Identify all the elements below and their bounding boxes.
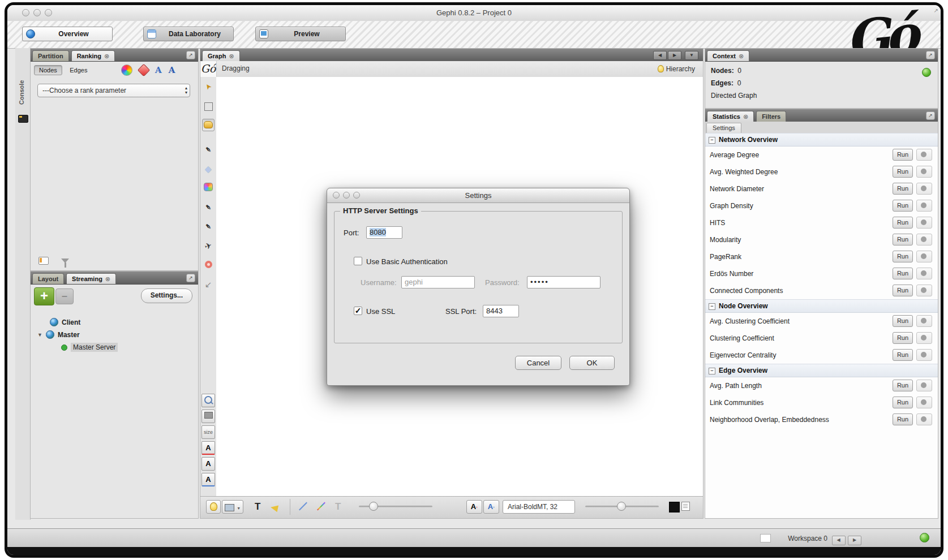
report-button[interactable] bbox=[916, 149, 932, 161]
run-button[interactable]: Run bbox=[893, 234, 913, 245]
title-bar[interactable]: Gephi 0.8.2 – Project 0 bbox=[7, 5, 941, 21]
report-button[interactable] bbox=[916, 268, 932, 279]
subtab-settings[interactable]: Settings bbox=[706, 123, 741, 133]
run-button[interactable]: Run bbox=[893, 251, 913, 262]
twisty-open-icon[interactable]: ▼ bbox=[37, 332, 42, 338]
painter-tool-icon[interactable]: ✒ bbox=[199, 141, 217, 158]
run-button[interactable]: Run bbox=[893, 166, 913, 178]
window-resize-icon[interactable]: ↗ bbox=[934, 7, 938, 14]
run-button[interactable]: Run bbox=[893, 200, 913, 212]
run-button[interactable]: Run bbox=[893, 413, 913, 425]
label-color-swatch[interactable] bbox=[669, 502, 680, 512]
report-button[interactable] bbox=[916, 397, 932, 408]
tab-graph[interactable]: Graph⊗ bbox=[202, 50, 240, 61]
hierarchy-toggle[interactable]: Hierarchy bbox=[658, 64, 695, 73]
sizer-diamond-icon[interactable]: ◆ bbox=[202, 163, 215, 175]
ssl-port-input[interactable]: 8443 bbox=[483, 305, 519, 317]
screenshot-button[interactable] bbox=[201, 410, 215, 423]
tab-context[interactable]: Context⊗ bbox=[707, 50, 749, 61]
slider-knob[interactable] bbox=[369, 502, 378, 511]
float-window-icon[interactable]: ↗ bbox=[926, 51, 935, 59]
report-button[interactable] bbox=[916, 380, 932, 391]
edge-weight-slider[interactable] bbox=[359, 506, 432, 507]
filter-funnel-icon[interactable] bbox=[61, 259, 69, 263]
edge-label-size-button[interactable]: A· bbox=[483, 500, 499, 514]
port-input[interactable]: 8080 bbox=[366, 226, 402, 239]
close-icon[interactable]: ⊗ bbox=[229, 53, 234, 59]
rank-parameter-dropdown[interactable]: ---Choose a rank parameter ▴▾ bbox=[37, 84, 190, 97]
run-button[interactable]: Run bbox=[893, 332, 913, 344]
workspace-next-button[interactable]: ▶ bbox=[848, 536, 861, 545]
tab-ranking[interactable]: Ranking⊗ bbox=[71, 50, 115, 61]
label-size-slider[interactable] bbox=[585, 506, 659, 507]
report-button[interactable] bbox=[916, 332, 932, 344]
run-button[interactable]: Run bbox=[893, 349, 913, 361]
result-table-icon[interactable] bbox=[38, 257, 49, 265]
drag-tool-button[interactable] bbox=[202, 119, 215, 131]
preview-button[interactable]: Preview bbox=[255, 27, 346, 41]
username-input[interactable]: gephi bbox=[401, 276, 475, 288]
tree-item-master[interactable]: ▼ Master bbox=[37, 330, 80, 339]
tree-item-client[interactable]: Client bbox=[50, 318, 80, 326]
float-window-icon[interactable]: ↗ bbox=[186, 51, 195, 59]
tab-filters[interactable]: Filters bbox=[756, 111, 786, 122]
heatmap-tool-icon[interactable] bbox=[202, 259, 215, 272]
tabs-scroll-right-button[interactable]: ▶ bbox=[668, 51, 681, 60]
stat-section-header[interactable]: −Edge Overview bbox=[705, 364, 938, 377]
slider-knob[interactable] bbox=[617, 502, 626, 511]
basic-auth-checkbox[interactable] bbox=[354, 257, 362, 265]
tabs-scroll-left-button[interactable]: ◀ bbox=[653, 51, 667, 60]
node-pencil-icon[interactable]: ✒ bbox=[199, 199, 217, 216]
edge-color-mode-button[interactable] bbox=[298, 500, 306, 511]
reset-label-colors-button[interactable]: A bbox=[201, 441, 215, 455]
reset-label-size-button[interactable]: A bbox=[201, 457, 215, 471]
run-button[interactable]: Run bbox=[893, 380, 913, 391]
add-stream-button[interactable]: + bbox=[34, 287, 54, 305]
collapse-icon[interactable]: − bbox=[709, 368, 715, 374]
tabs-list-button[interactable]: ▼ bbox=[685, 51, 698, 60]
report-button[interactable] bbox=[916, 251, 932, 262]
report-button[interactable] bbox=[916, 217, 932, 229]
edges-button[interactable]: Edges bbox=[65, 65, 92, 75]
label-color-a-icon[interactable]: A bbox=[169, 65, 175, 75]
center-graph-dropdown[interactable]: ▼ bbox=[222, 500, 243, 514]
report-button[interactable] bbox=[916, 200, 932, 212]
node-label-size-button[interactable]: A· bbox=[466, 500, 482, 514]
nodes-button[interactable]: Nodes bbox=[34, 65, 62, 75]
rectangle-selection-icon[interactable] bbox=[202, 100, 215, 112]
run-button[interactable]: Run bbox=[893, 397, 913, 408]
float-window-icon[interactable]: ↗ bbox=[926, 111, 935, 120]
network-status-icon[interactable] bbox=[920, 533, 929, 542]
edge-rainbow-color-button[interactable] bbox=[316, 500, 324, 511]
report-button[interactable] bbox=[916, 285, 932, 296]
use-ssl-checkbox[interactable]: ✓ bbox=[354, 307, 362, 315]
select-cursor-icon[interactable]: ➤ bbox=[200, 78, 217, 96]
show-node-labels-toggle[interactable]: T bbox=[255, 501, 260, 512]
gem-icon[interactable] bbox=[138, 64, 151, 77]
edit-tool-icon[interactable]: ↙ bbox=[202, 278, 215, 291]
password-input[interactable]: ••••• bbox=[527, 276, 600, 288]
show-edges-toggle[interactable] bbox=[271, 502, 278, 512]
run-button[interactable]: Run bbox=[893, 315, 913, 327]
close-icon[interactable]: ⊗ bbox=[104, 53, 109, 59]
reset-label-visible-button[interactable]: A bbox=[201, 473, 215, 486]
report-button[interactable] bbox=[916, 234, 932, 245]
collapse-icon[interactable]: − bbox=[709, 137, 715, 144]
report-button[interactable] bbox=[916, 413, 932, 425]
run-button[interactable]: Run bbox=[893, 285, 913, 296]
report-button[interactable] bbox=[916, 349, 932, 361]
report-button[interactable] bbox=[916, 183, 932, 195]
close-icon[interactable]: ⊗ bbox=[105, 275, 110, 282]
tab-streaming[interactable]: Streaming⊗ bbox=[66, 273, 116, 284]
brush-palette-icon[interactable] bbox=[202, 182, 215, 195]
dialog-title-bar[interactable]: Settings bbox=[327, 188, 629, 203]
stat-section-header[interactable]: −Network Overview bbox=[705, 133, 938, 147]
data-laboratory-button[interactable]: Data Laboratory bbox=[143, 27, 234, 41]
close-icon[interactable]: ⊗ bbox=[743, 113, 748, 120]
tab-partition[interactable]: Partition bbox=[32, 50, 69, 61]
close-icon[interactable]: ⊗ bbox=[739, 53, 744, 59]
remove-stream-button[interactable]: – bbox=[55, 288, 74, 304]
stat-section-header[interactable]: −Node Overview bbox=[705, 299, 938, 313]
workspace-prev-button[interactable]: ◀ bbox=[832, 536, 846, 545]
refresh-context-icon[interactable] bbox=[922, 68, 931, 77]
